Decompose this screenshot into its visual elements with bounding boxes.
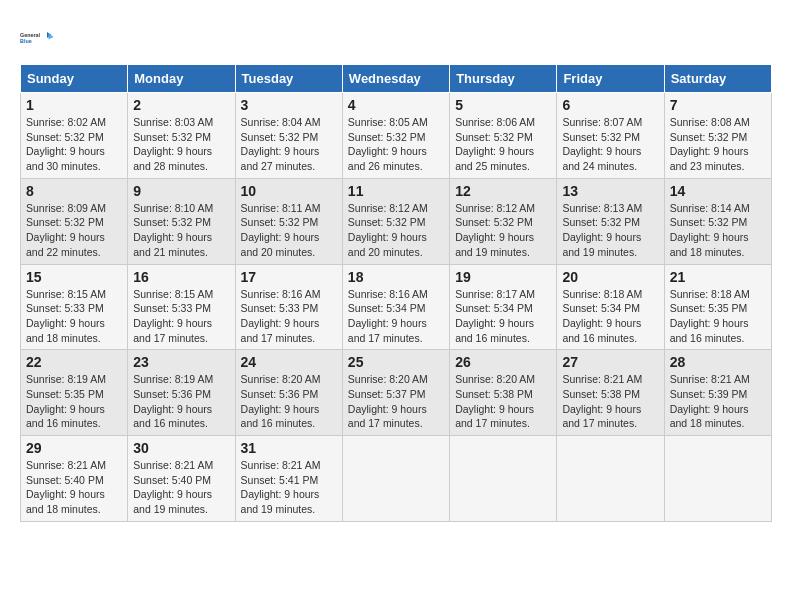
header: GeneralBlue <box>20 20 772 56</box>
svg-text:Blue: Blue <box>20 38 32 44</box>
calendar-cell: 17Sunrise: 8:16 AMSunset: 5:33 PMDayligh… <box>235 264 342 350</box>
day-info: Sunrise: 8:15 AMSunset: 5:33 PMDaylight:… <box>26 287 122 346</box>
day-info: Sunrise: 8:21 AMSunset: 5:40 PMDaylight:… <box>26 458 122 517</box>
day-info: Sunrise: 8:04 AMSunset: 5:32 PMDaylight:… <box>241 115 337 174</box>
day-number: 24 <box>241 354 337 370</box>
calendar-cell <box>342 436 449 522</box>
calendar-header-thursday: Thursday <box>450 65 557 93</box>
day-number: 17 <box>241 269 337 285</box>
day-number: 18 <box>348 269 444 285</box>
day-info: Sunrise: 8:14 AMSunset: 5:32 PMDaylight:… <box>670 201 766 260</box>
calendar-cell: 30Sunrise: 8:21 AMSunset: 5:40 PMDayligh… <box>128 436 235 522</box>
calendar-cell: 22Sunrise: 8:19 AMSunset: 5:35 PMDayligh… <box>21 350 128 436</box>
calendar-cell: 19Sunrise: 8:17 AMSunset: 5:34 PMDayligh… <box>450 264 557 350</box>
day-number: 8 <box>26 183 122 199</box>
day-number: 20 <box>562 269 658 285</box>
calendar-header-saturday: Saturday <box>664 65 771 93</box>
calendar-cell: 13Sunrise: 8:13 AMSunset: 5:32 PMDayligh… <box>557 178 664 264</box>
calendar-cell: 14Sunrise: 8:14 AMSunset: 5:32 PMDayligh… <box>664 178 771 264</box>
calendar-header-row: SundayMondayTuesdayWednesdayThursdayFrid… <box>21 65 772 93</box>
day-info: Sunrise: 8:18 AMSunset: 5:34 PMDaylight:… <box>562 287 658 346</box>
day-info: Sunrise: 8:19 AMSunset: 5:35 PMDaylight:… <box>26 372 122 431</box>
day-number: 25 <box>348 354 444 370</box>
calendar-cell: 6Sunrise: 8:07 AMSunset: 5:32 PMDaylight… <box>557 93 664 179</box>
day-number: 19 <box>455 269 551 285</box>
day-number: 29 <box>26 440 122 456</box>
day-info: Sunrise: 8:02 AMSunset: 5:32 PMDaylight:… <box>26 115 122 174</box>
day-info: Sunrise: 8:21 AMSunset: 5:38 PMDaylight:… <box>562 372 658 431</box>
day-number: 4 <box>348 97 444 113</box>
day-info: Sunrise: 8:15 AMSunset: 5:33 PMDaylight:… <box>133 287 229 346</box>
day-info: Sunrise: 8:16 AMSunset: 5:34 PMDaylight:… <box>348 287 444 346</box>
day-info: Sunrise: 8:17 AMSunset: 5:34 PMDaylight:… <box>455 287 551 346</box>
calendar-cell: 27Sunrise: 8:21 AMSunset: 5:38 PMDayligh… <box>557 350 664 436</box>
day-number: 1 <box>26 97 122 113</box>
calendar-header-wednesday: Wednesday <box>342 65 449 93</box>
svg-text:General: General <box>20 32 41 38</box>
day-info: Sunrise: 8:12 AMSunset: 5:32 PMDaylight:… <box>348 201 444 260</box>
day-number: 16 <box>133 269 229 285</box>
calendar-week-4: 22Sunrise: 8:19 AMSunset: 5:35 PMDayligh… <box>21 350 772 436</box>
calendar-table: SundayMondayTuesdayWednesdayThursdayFrid… <box>20 64 772 522</box>
day-info: Sunrise: 8:20 AMSunset: 5:38 PMDaylight:… <box>455 372 551 431</box>
day-number: 28 <box>670 354 766 370</box>
day-info: Sunrise: 8:06 AMSunset: 5:32 PMDaylight:… <box>455 115 551 174</box>
day-number: 6 <box>562 97 658 113</box>
calendar-cell: 23Sunrise: 8:19 AMSunset: 5:36 PMDayligh… <box>128 350 235 436</box>
calendar-cell: 29Sunrise: 8:21 AMSunset: 5:40 PMDayligh… <box>21 436 128 522</box>
day-info: Sunrise: 8:16 AMSunset: 5:33 PMDaylight:… <box>241 287 337 346</box>
logo-icon: GeneralBlue <box>20 20 56 56</box>
day-info: Sunrise: 8:21 AMSunset: 5:40 PMDaylight:… <box>133 458 229 517</box>
day-number: 10 <box>241 183 337 199</box>
day-info: Sunrise: 8:20 AMSunset: 5:36 PMDaylight:… <box>241 372 337 431</box>
day-info: Sunrise: 8:19 AMSunset: 5:36 PMDaylight:… <box>133 372 229 431</box>
day-number: 31 <box>241 440 337 456</box>
day-number: 9 <box>133 183 229 199</box>
day-number: 3 <box>241 97 337 113</box>
calendar-cell: 4Sunrise: 8:05 AMSunset: 5:32 PMDaylight… <box>342 93 449 179</box>
day-number: 7 <box>670 97 766 113</box>
day-info: Sunrise: 8:10 AMSunset: 5:32 PMDaylight:… <box>133 201 229 260</box>
logo: GeneralBlue <box>20 20 56 56</box>
day-info: Sunrise: 8:18 AMSunset: 5:35 PMDaylight:… <box>670 287 766 346</box>
calendar-header-sunday: Sunday <box>21 65 128 93</box>
day-number: 27 <box>562 354 658 370</box>
day-info: Sunrise: 8:21 AMSunset: 5:41 PMDaylight:… <box>241 458 337 517</box>
calendar-cell: 26Sunrise: 8:20 AMSunset: 5:38 PMDayligh… <box>450 350 557 436</box>
calendar-cell: 25Sunrise: 8:20 AMSunset: 5:37 PMDayligh… <box>342 350 449 436</box>
day-number: 5 <box>455 97 551 113</box>
calendar-cell: 28Sunrise: 8:21 AMSunset: 5:39 PMDayligh… <box>664 350 771 436</box>
day-number: 21 <box>670 269 766 285</box>
day-info: Sunrise: 8:03 AMSunset: 5:32 PMDaylight:… <box>133 115 229 174</box>
calendar-header-friday: Friday <box>557 65 664 93</box>
calendar-cell: 15Sunrise: 8:15 AMSunset: 5:33 PMDayligh… <box>21 264 128 350</box>
svg-marker-3 <box>49 34 54 40</box>
calendar-cell: 20Sunrise: 8:18 AMSunset: 5:34 PMDayligh… <box>557 264 664 350</box>
day-number: 23 <box>133 354 229 370</box>
day-number: 13 <box>562 183 658 199</box>
day-info: Sunrise: 8:08 AMSunset: 5:32 PMDaylight:… <box>670 115 766 174</box>
day-number: 14 <box>670 183 766 199</box>
calendar-cell <box>664 436 771 522</box>
calendar-cell: 18Sunrise: 8:16 AMSunset: 5:34 PMDayligh… <box>342 264 449 350</box>
calendar-cell <box>450 436 557 522</box>
calendar-cell <box>557 436 664 522</box>
calendar-week-2: 8Sunrise: 8:09 AMSunset: 5:32 PMDaylight… <box>21 178 772 264</box>
day-info: Sunrise: 8:07 AMSunset: 5:32 PMDaylight:… <box>562 115 658 174</box>
day-number: 2 <box>133 97 229 113</box>
day-info: Sunrise: 8:21 AMSunset: 5:39 PMDaylight:… <box>670 372 766 431</box>
calendar-cell: 31Sunrise: 8:21 AMSunset: 5:41 PMDayligh… <box>235 436 342 522</box>
day-info: Sunrise: 8:12 AMSunset: 5:32 PMDaylight:… <box>455 201 551 260</box>
calendar-cell: 8Sunrise: 8:09 AMSunset: 5:32 PMDaylight… <box>21 178 128 264</box>
day-info: Sunrise: 8:09 AMSunset: 5:32 PMDaylight:… <box>26 201 122 260</box>
calendar-cell: 11Sunrise: 8:12 AMSunset: 5:32 PMDayligh… <box>342 178 449 264</box>
calendar-cell: 16Sunrise: 8:15 AMSunset: 5:33 PMDayligh… <box>128 264 235 350</box>
calendar-cell: 1Sunrise: 8:02 AMSunset: 5:32 PMDaylight… <box>21 93 128 179</box>
day-number: 30 <box>133 440 229 456</box>
calendar-cell: 9Sunrise: 8:10 AMSunset: 5:32 PMDaylight… <box>128 178 235 264</box>
calendar-cell: 5Sunrise: 8:06 AMSunset: 5:32 PMDaylight… <box>450 93 557 179</box>
calendar-cell: 21Sunrise: 8:18 AMSunset: 5:35 PMDayligh… <box>664 264 771 350</box>
day-number: 15 <box>26 269 122 285</box>
calendar-week-3: 15Sunrise: 8:15 AMSunset: 5:33 PMDayligh… <box>21 264 772 350</box>
page-container: GeneralBlue SundayMondayTuesdayWednesday… <box>20 20 772 522</box>
